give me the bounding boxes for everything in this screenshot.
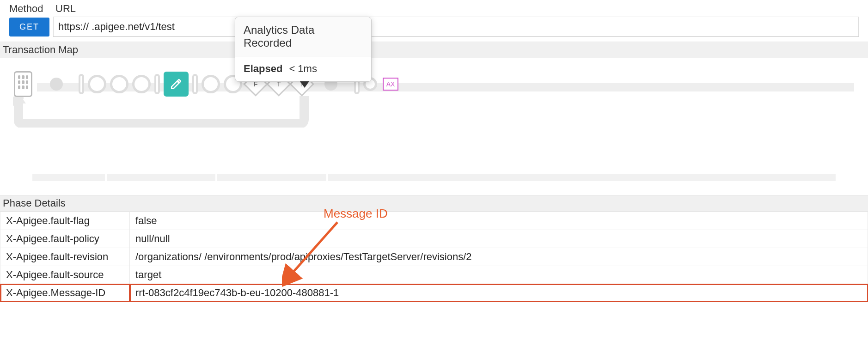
phase-details-table: X-Apigee.fault-flag false X-Apigee.fault…	[0, 212, 868, 302]
phase-details-header: Phase Details	[0, 195, 868, 212]
ax-analytics-step[interactable]: AX	[383, 78, 398, 91]
table-row: X-Apigee.fault-source target	[0, 266, 868, 284]
phase-value: target	[130, 266, 868, 284]
step-circle[interactable]	[202, 75, 220, 93]
table-row: X-Apigee.fault-policy null/null	[0, 230, 868, 248]
timeline-segments	[32, 174, 836, 181]
transaction-map: F T T AX	[0, 58, 868, 160]
step-circle[interactable]	[110, 75, 128, 93]
step-circle[interactable]	[88, 75, 106, 93]
phase-value: false	[130, 212, 868, 230]
return-arrow-icon	[13, 95, 309, 128]
tooltip-pointer-icon	[300, 81, 309, 88]
edit-step-icon[interactable]	[164, 72, 189, 97]
method-button[interactable]: GET	[9, 18, 49, 37]
url-input[interactable]: https:// .apigee.net/v1/test	[53, 17, 859, 37]
phase-key: X-Apigee.Message-ID	[0, 284, 130, 302]
method-label: Method	[9, 3, 55, 15]
table-row: X-Apigee.fault-flag false	[0, 212, 868, 230]
tooltip-elapsed-value: < 1ms	[289, 63, 317, 75]
step-dot[interactable]	[50, 78, 63, 91]
policy-pill[interactable]	[192, 74, 198, 94]
phase-value: null/null	[130, 230, 868, 248]
tooltip-elapsed-label: Elapsed	[244, 63, 282, 75]
client-phone-icon[interactable]	[14, 71, 32, 97]
table-row-highlighted: X-Apigee.Message-ID rrt-083cf2c4f19ec743…	[0, 284, 868, 302]
phase-key: X-Apigee.fault-source	[0, 266, 130, 284]
phase-key: X-Apigee.fault-policy	[0, 230, 130, 248]
tooltip-title: Analytics Data Recorded	[235, 17, 371, 56]
phase-value: /organizations/ /environments/prod/apipr…	[130, 248, 868, 266]
transaction-map-header: Transaction Map	[0, 42, 868, 58]
policy-pill[interactable]	[154, 74, 160, 94]
policy-pill[interactable]	[79, 74, 84, 94]
phase-key: X-Apigee.fault-revision	[0, 248, 130, 266]
phase-key: X-Apigee.fault-flag	[0, 212, 130, 230]
analytics-tooltip: Analytics Data Recorded Elapsed < 1ms	[235, 17, 372, 82]
url-label: URL	[55, 3, 76, 15]
table-row: X-Apigee.fault-revision /organizations/ …	[0, 248, 868, 266]
step-circle[interactable]	[132, 75, 151, 93]
phase-value: rrt-083cf2c4f19ec743b-b-eu-10200-480881-…	[130, 284, 868, 302]
